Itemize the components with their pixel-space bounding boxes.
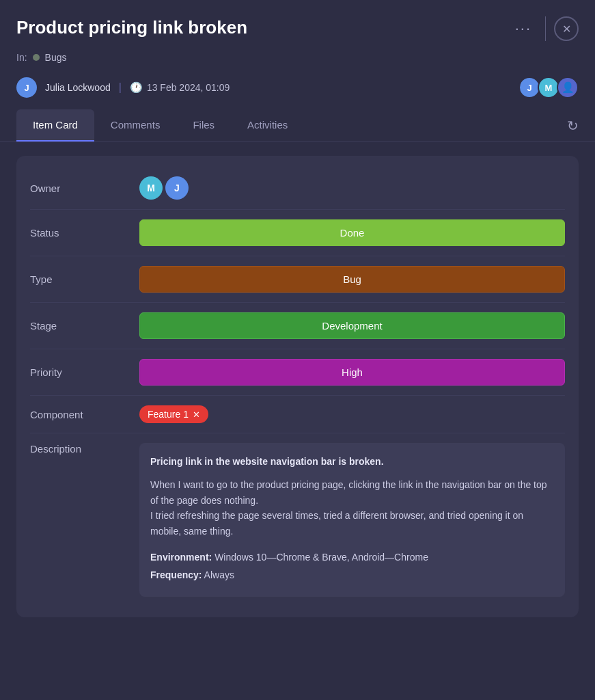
type-value[interactable]: Bug [139, 266, 565, 293]
status-bar[interactable]: Done [139, 219, 565, 246]
freq-line: Frequency: Always [150, 567, 554, 582]
status-label: Status [30, 227, 139, 239]
breadcrumb-prefix: In: [16, 52, 27, 63]
timestamp-value: 13 Feb 2024, 01:09 [147, 82, 230, 93]
meta-right: J M 👤 [518, 77, 579, 98]
component-tag-label: Feature 1 [148, 409, 189, 420]
owner-label: Owner [30, 183, 139, 194]
owner-avatar-j: J [165, 176, 189, 200]
breadcrumb-location[interactable]: Bugs [45, 52, 67, 63]
modal-header: Product pricing link broken ··· ✕ [0, 0, 595, 49]
type-field-row: Type Bug [30, 256, 565, 303]
refresh-button[interactable]: ↻ [567, 118, 579, 134]
item-card: Owner M J Status Done Type Bu [16, 156, 579, 617]
collaborator-avatar-person: 👤 [557, 77, 579, 98]
priority-field-row: Priority High [30, 349, 565, 396]
owners-display: M J [139, 176, 565, 200]
priority-bar[interactable]: High [139, 359, 565, 386]
close-icon: ✕ [562, 23, 571, 36]
priority-label: Priority [30, 366, 139, 378]
header-actions: ··· ✕ [510, 16, 579, 41]
status-field-row: Status Done [30, 210, 565, 256]
refresh-icon: ↻ [567, 118, 579, 133]
description-field-row: Description Pricing link in the website … [30, 433, 565, 606]
owner-field-row: Owner M J [30, 167, 565, 210]
more-options-button[interactable]: ··· [510, 17, 537, 40]
freq-label: Frequency: [150, 569, 202, 580]
owner-value: M J [139, 176, 565, 200]
description-label: Description [30, 443, 139, 455]
breadcrumb: In: Bugs [0, 49, 595, 71]
content-area: Owner M J Status Done Type Bu [0, 142, 595, 631]
tabs-row: Item Card Comments Files Activities ↻ [0, 109, 595, 142]
stage-value[interactable]: Development [139, 312, 565, 339]
meta-left: J Julia Lockwood | 🕐 13 Feb 2024, 01:09 [16, 77, 230, 98]
author-name: Julia Lockwood [45, 82, 111, 93]
tab-item-card[interactable]: Item Card [16, 109, 94, 142]
env-line: Environment: Windows 10—Chrome & Brave, … [150, 550, 554, 565]
person-icon: 👤 [562, 81, 575, 94]
component-field-row: Component Feature 1 ✕ [30, 396, 565, 433]
priority-value[interactable]: High [139, 359, 565, 386]
description-box: Pricing link in the website navigation b… [139, 443, 565, 597]
clock-icon: 🕐 [130, 81, 143, 94]
tabs-left: Item Card Comments Files Activities [16, 109, 304, 142]
page-title: Product pricing link broken [16, 16, 499, 40]
env-value: Windows 10—Chrome & Brave, Android—Chrom… [215, 552, 428, 563]
modal-container: Product pricing link broken ··· ✕ In: Bu… [0, 0, 595, 700]
description-title: Pricing link in the website navigation b… [150, 454, 554, 469]
component-tag: Feature 1 ✕ [139, 405, 208, 423]
component-label: Component [30, 409, 139, 420]
timestamp: 🕐 13 Feb 2024, 01:09 [130, 81, 230, 94]
stage-bar[interactable]: Development [139, 312, 565, 339]
type-bar[interactable]: Bug [139, 266, 565, 293]
tab-activities[interactable]: Activities [231, 109, 304, 142]
meta-row: J Julia Lockwood | 🕐 13 Feb 2024, 01:09 … [0, 71, 595, 109]
component-remove-button[interactable]: ✕ [193, 409, 200, 420]
stage-field-row: Stage Development [30, 303, 565, 349]
env-label: Environment: [150, 552, 212, 563]
owner-avatar-m: M [139, 176, 163, 200]
close-button[interactable]: ✕ [554, 16, 579, 41]
author-avatar: J [16, 77, 37, 98]
tab-comments[interactable]: Comments [94, 109, 177, 142]
meta-separator: | [119, 81, 122, 94]
breadcrumb-dot-icon [33, 54, 40, 61]
description-value: Pricing link in the website navigation b… [139, 443, 565, 597]
tab-files[interactable]: Files [176, 109, 231, 142]
type-label: Type [30, 273, 139, 285]
freq-value: Always [204, 569, 234, 580]
stage-label: Stage [30, 320, 139, 332]
status-value[interactable]: Done [139, 219, 565, 246]
description-body: When I want to go to the product pricing… [150, 477, 554, 539]
component-value: Feature 1 ✕ [139, 405, 565, 423]
